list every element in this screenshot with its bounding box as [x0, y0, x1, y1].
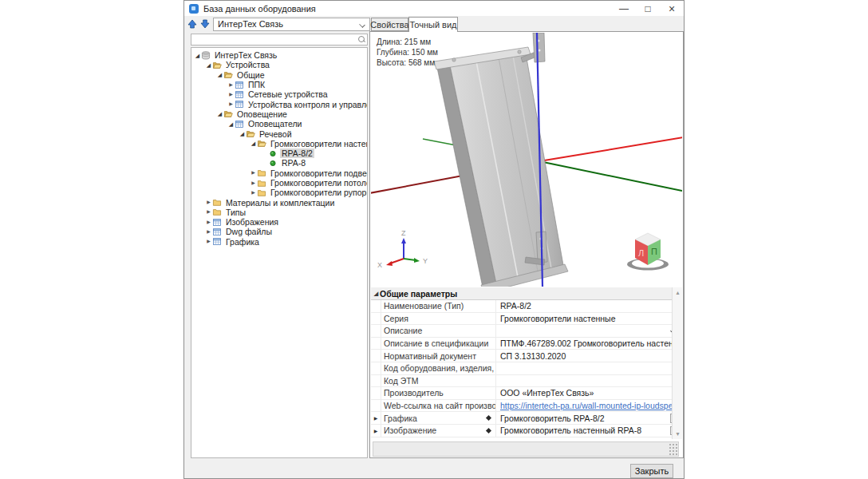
search-input[interactable] [191, 34, 368, 46]
property-row[interactable]: Web-ссылка на сайт производителя https:/… [371, 400, 682, 413]
tree-item-label: Громкоговорители рупорные [269, 188, 368, 197]
minimize-button[interactable]: — [612, 1, 636, 16]
maximize-button[interactable]: □ [636, 1, 660, 16]
property-label: Наименование (Тип) [381, 300, 496, 312]
search-icon [358, 36, 365, 42]
viewport-3d[interactable]: Z X Y Л П Длина: 215 мм Глубина: 150 мм [371, 33, 682, 287]
property-value[interactable]: ООО «ИнтерТех Связь» [496, 387, 682, 399]
expander-icon[interactable]: ▶ [205, 219, 212, 226]
nav-up-button[interactable] [187, 18, 197, 30]
x-axis-label: X [377, 261, 382, 269]
property-group-header[interactable]: ◢ Общие параметры [371, 287, 682, 300]
tree-item[interactable]: ▶Изображения [191, 217, 367, 227]
expander-icon[interactable]: ▶ [227, 101, 235, 108]
property-label-text: Графика [384, 414, 417, 423]
app-icon [189, 4, 199, 14]
tree-item-root[interactable]: ◢ИнтерТех Связь [191, 50, 367, 60]
expander-icon[interactable]: ▶ [371, 425, 381, 437]
expander-icon[interactable]: ▶ [227, 91, 235, 98]
tree-item[interactable]: ▶Громкоговорители рупорные [191, 188, 367, 197]
tree-item[interactable]: ▶Устройства контроля и управления [191, 99, 367, 109]
expander-icon[interactable]: ◢ [250, 140, 257, 147]
property-row[interactable]: Код ЭТМ [371, 375, 682, 388]
property-row[interactable]: Производитель ООО «ИнтерТех Связь» [371, 387, 682, 400]
tree-item[interactable]: ◢Речевой [191, 129, 367, 138]
expander-icon[interactable]: ▶ [227, 81, 235, 89]
property-grid: ◢ Общие параметры Наименование (Тип) RPA… [371, 287, 682, 439]
chevron-down-icon [359, 22, 365, 28]
close-window-button[interactable]: × [660, 1, 684, 16]
property-label: Web-ссылка на сайт производителя [381, 400, 496, 412]
expander-icon[interactable]: ▶ [205, 238, 212, 245]
expander-icon[interactable]: ◢ [227, 121, 235, 128]
expander-icon[interactable]: ▶ [371, 412, 381, 424]
expander-icon[interactable]: ◢ [216, 110, 223, 117]
expander-icon[interactable]: ▶ [250, 189, 257, 196]
expander-icon[interactable]: ◢ [205, 61, 212, 69]
property-value[interactable]: Громкоговоритель настенный RPA-8 … [496, 425, 682, 437]
property-value[interactable] [496, 325, 682, 337]
logo-letter-right: П [651, 247, 657, 256]
tree-item[interactable]: ▶Типы [191, 208, 367, 217]
tree-item-label: Материалы и комплектации [224, 198, 336, 208]
property-value[interactable]: СП 3.13130.2020 [496, 350, 682, 362]
folder-open-icon [247, 132, 254, 137]
down-arrow-icon [201, 20, 209, 28]
tree-item-label: Оповещатели [247, 119, 303, 129]
property-value[interactable] [496, 362, 682, 374]
property-value[interactable]: Громкоговорители настенные [496, 313, 682, 325]
tree-item[interactable]: ◢Оповещение [191, 109, 367, 119]
property-value[interactable] [496, 375, 682, 387]
expander-icon[interactable]: ◢ [216, 71, 223, 78]
expander-icon[interactable]: ▶ [205, 199, 212, 206]
property-row[interactable]: Наименование (Тип) RPA-8/2 [371, 300, 682, 313]
tree-item[interactable]: ▶Сетевые устройства [191, 89, 367, 99]
property-value[interactable]: RPA-8/2 [496, 300, 682, 312]
property-row[interactable]: Серия Громкоговорители настенные [371, 313, 682, 326]
property-row[interactable]: Описание [371, 325, 682, 338]
y-axis-positive-line [539, 161, 682, 191]
tree-item[interactable]: ▶Материалы и комплектации [191, 197, 367, 207]
expander-icon[interactable]: ▶ [250, 169, 257, 176]
property-row[interactable]: Нормативный документ СП 3.13130.2020 [371, 350, 682, 362]
manufacturer-website-link[interactable]: https://intertech-pa.ru/wall-mounted-ip-… [500, 401, 682, 410]
expander-icon[interactable]: ▶ [205, 208, 212, 216]
tree-item[interactable]: ▶ППК [191, 80, 367, 89]
tree-item-selected[interactable]: RPA-8/2 [191, 148, 367, 158]
database-combobox[interactable]: ИнтерТех Связь [213, 18, 370, 31]
footer: Закрыть [184, 459, 684, 479]
property-value[interactable]: ПТМФ.467289.002 Громкоговоритель настенн… [496, 338, 682, 350]
property-row[interactable]: Код оборудования, изделия, матери... [371, 362, 682, 375]
scroll-up-icon[interactable]: ▴ [673, 287, 683, 298]
axis-triad: Z X Y [377, 229, 428, 269]
expander-icon[interactable]: ▶ [250, 180, 257, 187]
property-row[interactable]: Описание в спецификации ПТМФ.467289.002 … [371, 338, 682, 350]
tree-item[interactable]: ▶Графика [191, 237, 367, 247]
propgrid-scrollbar[interactable]: ▴ ▾ [672, 287, 682, 439]
expander-icon[interactable]: ◢ [239, 130, 246, 137]
tree-item[interactable]: ◢Устройства [191, 60, 367, 69]
scroll-down-icon[interactable]: ▾ [673, 429, 683, 439]
tree-item[interactable]: ▶Громкоговорители потолочные [191, 178, 367, 188]
tree-item[interactable]: ◢Общие [191, 70, 367, 80]
resize-grip[interactable] [669, 443, 677, 455]
property-value[interactable]: Громкоговоритель RPA-8/2 … [496, 412, 682, 424]
property-row[interactable]: ▶ Графика Громкоговоритель RPA-8/2 … [371, 412, 682, 425]
nav-down-button[interactable] [199, 18, 210, 30]
property-label: Графика [381, 412, 496, 424]
tree-item[interactable]: ◢Громкоговорители настенные [191, 139, 367, 148]
expander-icon[interactable]: ◢ [194, 52, 201, 59]
tree-item[interactable]: RPA-8 [191, 158, 367, 168]
tab-properties[interactable]: Свойства [371, 18, 408, 31]
equipment-tree[interactable]: ◢ИнтерТех Связь ◢Устройства ◢Общие ▶ППК … [191, 47, 368, 458]
table-icon [235, 92, 243, 98]
tree-item[interactable]: ◢Оповещатели [191, 119, 367, 129]
tree-item[interactable]: ▶Громкоговорители подвесные [191, 168, 367, 178]
expander-icon[interactable]: ◢ [373, 290, 380, 297]
close-button[interactable]: Закрыть [630, 464, 673, 478]
tree-item[interactable]: ▶Dwg файлы [191, 227, 367, 236]
object-marker-icon [486, 428, 491, 433]
tab-exact-view[interactable]: Точный вид [408, 17, 458, 32]
property-row[interactable]: ▶ Изображение Громкоговоритель настенный… [371, 425, 682, 437]
expander-icon[interactable]: ▶ [205, 228, 212, 236]
